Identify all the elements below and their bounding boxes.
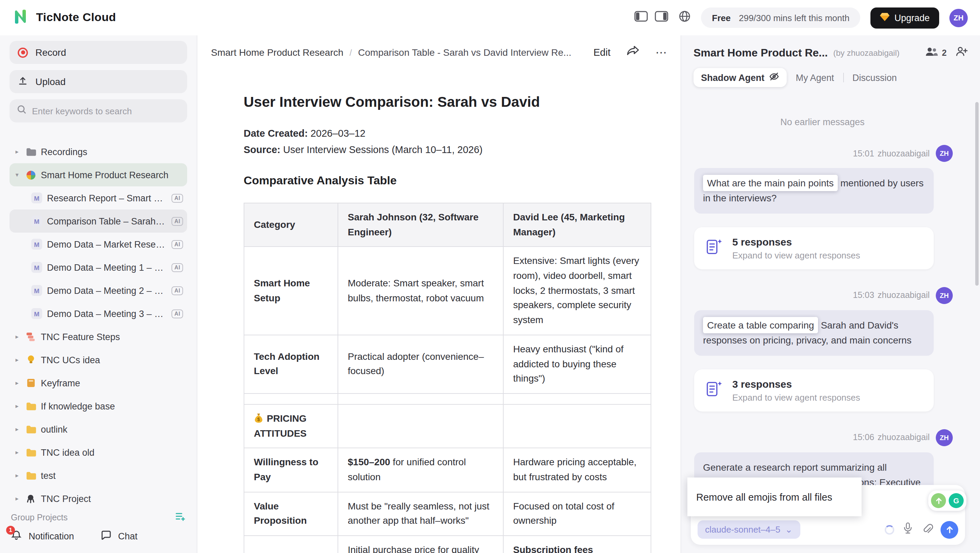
more-options-icon[interactable]: ⋯	[655, 47, 667, 58]
responses-card[interactable]: 3 responses Expand to view agent respons…	[694, 369, 934, 411]
table-cell	[244, 536, 338, 553]
sidebar-item-demo-meeting-1[interactable]: M Demo Data – Meeting 1 – U... AI	[10, 256, 187, 279]
table-cell: Hardware pricing acceptable, but frustra…	[503, 448, 651, 492]
user-message: Create a table comparing Sarah and David…	[694, 310, 934, 356]
header-actions: Free 299/300 mins left this month Upgrad…	[634, 7, 968, 28]
collaborators-icon[interactable]	[925, 47, 939, 59]
upload-button[interactable]: Upload	[10, 70, 187, 93]
chevron-right-icon[interactable]: ▸	[14, 426, 21, 432]
agent-tabs: Shadow Agent My Agent Discussion	[694, 68, 968, 87]
table-row: Tech Adoption Level Practical adopter (c…	[244, 335, 651, 394]
chevron-right-icon[interactable]: ▸	[14, 380, 21, 386]
sidebar-item-recordings[interactable]: ▸ Recordings	[10, 140, 187, 163]
toggle-right-panel-icon[interactable]	[655, 11, 668, 24]
language-globe-icon[interactable]	[679, 10, 691, 25]
table-cell: Smart Home Setup	[244, 247, 338, 335]
notification-button[interactable]: 1 Notification	[11, 529, 100, 542]
add-person-icon[interactable]	[956, 46, 968, 59]
table-cell: $PRICING ATTITUDES	[244, 404, 338, 448]
sidebar-item-keyframe[interactable]: ▸ Keyframe	[10, 371, 187, 394]
tab-discussion[interactable]: Discussion	[853, 72, 897, 83]
agent-panel-header: Smart Home Product Re... (by zhuozaabiga…	[681, 35, 980, 87]
record-button[interactable]: Record	[10, 41, 187, 64]
panel-byline: (by zhuozaabigail)	[833, 48, 900, 57]
search-input[interactable]	[32, 106, 180, 116]
microphone-icon[interactable]	[902, 522, 914, 537]
sidebar-item-smart-home-project[interactable]: ▾ Smart Home Product Research	[10, 163, 187, 186]
table-cell	[503, 404, 651, 448]
table-cell: Focused on total cost of ownership	[503, 492, 651, 536]
model-selector[interactable]: claude-sonnet–4–5 ⌄	[698, 520, 800, 539]
markdown-file-icon: M	[31, 308, 42, 319]
toggle-left-panel-icon[interactable]	[634, 11, 648, 24]
group-list-icon[interactable]	[175, 512, 186, 523]
tab-shadow-agent[interactable]: Shadow Agent	[694, 68, 787, 87]
tab-divider	[843, 73, 843, 82]
eye-off-icon[interactable]	[769, 72, 780, 83]
document-actions: Edit ⋯	[593, 46, 667, 59]
tree-item-label: Smart Home Product Research	[41, 170, 169, 180]
tab-my-agent[interactable]: My Agent	[796, 72, 834, 83]
app-logo[interactable]: TicNote Cloud	[12, 8, 116, 28]
message-user: zhuozaabigail	[878, 149, 930, 158]
breadcrumb: Smart Home Product Research / Comparison…	[197, 35, 681, 69]
composer-typed-text[interactable]: Remove all emojis from all files	[687, 477, 862, 516]
tree-item-label: Keyframe	[41, 378, 80, 388]
table-row: Initial purchase price for quality Subsc…	[244, 536, 651, 553]
upgrade-button[interactable]: Upgrade	[870, 7, 939, 28]
table-cell: Must be "really seamless, not just anoth…	[338, 492, 503, 536]
project-pinwheel-icon	[25, 169, 36, 180]
user-avatar[interactable]: ZH	[950, 8, 968, 27]
folder-icon	[25, 447, 36, 458]
panel-scrollbar[interactable]	[975, 102, 978, 286]
sidebar-item-comparison-table[interactable]: M Comparison Table – Sarah v... AI	[10, 210, 187, 233]
ai-badge: AI	[172, 217, 183, 226]
chevron-down-icon: ⌄	[785, 524, 792, 535]
responses-hint: Expand to view agent responses	[732, 392, 860, 402]
chevron-right-icon[interactable]: ▸	[14, 148, 21, 155]
sidebar-item-if-knowledge-base[interactable]: ▸ If knowledge base	[10, 394, 187, 418]
markdown-file-icon: M	[31, 285, 42, 296]
sidebar-item-test[interactable]: ▸ test	[10, 464, 187, 487]
tree-item-label: Demo Data – Market Resea...	[47, 239, 165, 249]
sidebar-search[interactable]	[10, 99, 187, 122]
chat-button[interactable]: Chat	[100, 529, 190, 542]
table-cell	[503, 394, 651, 404]
agent-responses-icon	[705, 379, 724, 401]
send-button[interactable]	[940, 521, 958, 539]
sidebar-item-outlink[interactable]: ▸ outlink	[10, 418, 187, 441]
sidebar-item-demo-meeting-2[interactable]: M Demo Data – Meeting 2 – U... AI	[10, 279, 187, 302]
grammarly-icon[interactable]: G	[949, 493, 964, 508]
attachment-icon[interactable]	[921, 522, 933, 537]
tree-item-label: TNC Project	[41, 494, 91, 504]
sidebar-item-research-report[interactable]: M Research Report – Smart H... AI	[10, 186, 187, 210]
app-name: TicNote Cloud	[36, 11, 116, 24]
sidebar-item-tnc-project[interactable]: ▸ TNC Project	[10, 487, 187, 510]
responses-card[interactable]: 5 responses Expand to view agent respons…	[694, 227, 934, 269]
sidebar-item-tnc-ucs-idea[interactable]: ▸ TNC UCs idea	[10, 348, 187, 371]
tree-item-label: Research Report – Smart H...	[47, 193, 165, 203]
chevron-right-icon[interactable]: ▸	[14, 495, 21, 502]
message-time: 15:06	[853, 432, 875, 442]
chevron-right-icon[interactable]: ▸	[14, 472, 21, 479]
tree-item-label: outlink	[41, 424, 67, 434]
chevron-right-icon[interactable]: ▸	[14, 403, 21, 410]
chevron-down-icon[interactable]: ▾	[14, 172, 21, 178]
breadcrumb-current: Comparison Table - Sarah vs David Interv…	[358, 47, 571, 58]
ai-badge: AI	[172, 309, 183, 318]
chevron-right-icon[interactable]: ▸	[14, 356, 21, 363]
chevron-right-icon[interactable]: ▸	[14, 449, 21, 456]
chevron-right-icon[interactable]: ▸	[14, 333, 21, 340]
breadcrumb-root[interactable]: Smart Home Product Research	[211, 47, 343, 58]
sidebar-item-demo-meeting-3[interactable]: M Demo Data – Meeting 3 – In... AI	[10, 302, 187, 325]
tree-item-label: Recordings	[41, 146, 88, 157]
markdown-file-icon: M	[31, 262, 42, 273]
edit-button[interactable]: Edit	[593, 47, 611, 58]
share-icon[interactable]	[627, 46, 639, 59]
sidebar-item-tnc-feature-steps[interactable]: ▸ TNC Feature Steps	[10, 325, 187, 348]
sidebar-item-demo-market[interactable]: M Demo Data – Market Resea... AI	[10, 233, 187, 256]
record-label: Record	[35, 47, 66, 58]
sidebar-item-tnc-idea-old[interactable]: ▸ TNC idea old	[10, 441, 187, 464]
assistant-arrow-icon[interactable]	[931, 493, 946, 508]
chat-bubble-icon	[100, 529, 111, 542]
